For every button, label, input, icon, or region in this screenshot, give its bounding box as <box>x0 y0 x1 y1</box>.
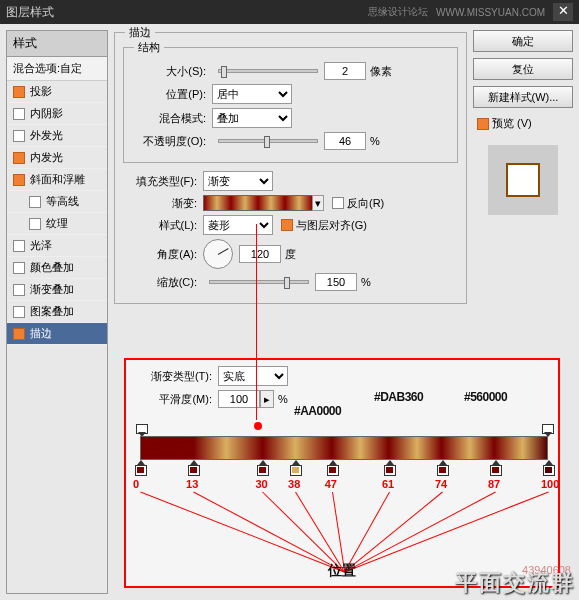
style-item-6[interactable]: 纹理 <box>7 213 107 235</box>
style-item-4[interactable]: 斜面和浮雕 <box>7 169 107 191</box>
style-checkbox-6[interactable] <box>29 218 41 230</box>
stop-position-74: 74 <box>435 478 447 490</box>
style-checkbox-8[interactable] <box>13 262 25 274</box>
preview-label: 预览 (V) <box>492 116 532 131</box>
opacity-stop-left[interactable] <box>136 424 146 436</box>
scale-label: 缩放(C): <box>123 275 203 290</box>
gradient-bar[interactable] <box>140 436 548 460</box>
color-stop-100[interactable] <box>543 460 553 474</box>
gradient-dropdown-icon[interactable]: ▾ <box>312 195 324 211</box>
hex-aa0000: #AA0000 <box>294 404 341 418</box>
blendmode-select[interactable]: 叠加 <box>212 108 292 128</box>
ok-button[interactable]: 确定 <box>473 30 573 52</box>
blend-options[interactable]: 混合选项:自定 <box>7 57 107 81</box>
style-label-2: 外发光 <box>30 128 63 143</box>
smoothness-dropdown-icon[interactable]: ▸ <box>260 390 274 408</box>
angle-input[interactable] <box>239 245 281 263</box>
color-stop-38[interactable] <box>290 460 300 474</box>
style-item-11[interactable]: 描边 <box>7 323 107 345</box>
size-slider[interactable] <box>218 69 318 73</box>
style-item-3[interactable]: 内发光 <box>7 147 107 169</box>
annotation-dot <box>254 422 262 430</box>
reverse-checkbox[interactable] <box>332 197 344 209</box>
color-stop-87[interactable] <box>490 460 500 474</box>
style-label-7: 光泽 <box>30 238 52 253</box>
style-item-9[interactable]: 渐变叠加 <box>7 279 107 301</box>
opacity-slider[interactable] <box>218 139 318 143</box>
styles-list: 样式 混合选项:自定 投影内阴影外发光内发光斜面和浮雕等高线纹理光泽颜色叠加渐变… <box>6 30 108 594</box>
stop-position-38: 38 <box>288 478 300 490</box>
style-checkbox-10[interactable] <box>13 306 25 318</box>
opacity-input[interactable] <box>324 132 366 150</box>
color-stop-47[interactable] <box>327 460 337 474</box>
style-item-10[interactable]: 图案叠加 <box>7 301 107 323</box>
style-item-1[interactable]: 内阴影 <box>7 103 107 125</box>
style-checkbox-7[interactable] <box>13 240 25 252</box>
stop-position-100: 100 <box>541 478 559 490</box>
style-label-8: 颜色叠加 <box>30 260 74 275</box>
style-label-0: 投影 <box>30 84 52 99</box>
style-select[interactable]: 菱形 <box>203 215 273 235</box>
size-unit: 像素 <box>370 64 392 79</box>
watermark-group: 平面交流群 <box>455 568 575 598</box>
hex-dab360: #DAB360 <box>374 390 423 404</box>
stop-position-13: 13 <box>186 478 198 490</box>
opacity-unit: % <box>370 135 380 147</box>
filltype-select[interactable]: 渐变 <box>203 171 273 191</box>
grad-type-select[interactable]: 实底 <box>218 366 288 386</box>
color-stop-74[interactable] <box>437 460 447 474</box>
opacity-label: 不透明度(O): <box>132 134 212 149</box>
smoothness-input[interactable] <box>218 390 260 408</box>
angle-label: 角度(A): <box>123 247 203 262</box>
style-checkbox-5[interactable] <box>29 196 41 208</box>
styles-header: 样式 <box>7 31 107 57</box>
preview-box <box>488 145 558 215</box>
style-checkbox-11[interactable] <box>13 328 25 340</box>
forum-url: WWW.MISSYUAN.COM <box>436 7 545 18</box>
preview-checkbox[interactable] <box>477 118 489 130</box>
style-checkbox-0[interactable] <box>13 86 25 98</box>
window-title: 图层样式 <box>6 4 368 21</box>
converge-line-4 <box>332 492 345 572</box>
scale-slider[interactable] <box>209 280 309 284</box>
converge-line-6 <box>344 492 443 573</box>
close-button[interactable]: ✕ <box>553 3 573 21</box>
color-stop-13[interactable] <box>188 460 198 474</box>
style-checkbox-9[interactable] <box>13 284 25 296</box>
reverse-label: 反向(R) <box>347 196 384 211</box>
gradient-editor-annotation: 渐变类型(T): 实底 平滑度(M): ▸ % #AA0000 #DAB360 … <box>124 358 560 588</box>
size-input[interactable] <box>324 62 366 80</box>
position-select[interactable]: 居中 <box>212 84 292 104</box>
style-checkbox-1[interactable] <box>13 108 25 120</box>
color-stop-30[interactable] <box>257 460 267 474</box>
grad-type-label: 渐变类型(T): <box>138 369 218 384</box>
smoothness-unit: % <box>278 393 288 405</box>
stroke-group: 描边 结构 大小(S): 像素 位置(P): 居中 混合模式: 叠加 <box>114 32 467 304</box>
structure-legend: 结构 <box>134 40 164 55</box>
style-item-2[interactable]: 外发光 <box>7 125 107 147</box>
annotation-line <box>256 224 257 420</box>
color-stop-61[interactable] <box>384 460 394 474</box>
converge-line-1 <box>193 492 344 573</box>
style-item-7[interactable]: 光泽 <box>7 235 107 257</box>
scale-unit: % <box>361 276 371 288</box>
style-label-4: 斜面和浮雕 <box>30 172 85 187</box>
style-checkbox-3[interactable] <box>13 152 25 164</box>
align-label: 与图层对齐(G) <box>296 218 367 233</box>
gradient-swatch[interactable] <box>203 195 313 211</box>
cancel-button[interactable]: 复位 <box>473 58 573 80</box>
style-checkbox-4[interactable] <box>13 174 25 186</box>
style-item-0[interactable]: 投影 <box>7 81 107 103</box>
smoothness-label: 平滑度(M): <box>138 392 218 407</box>
scale-input[interactable] <box>315 273 357 291</box>
style-checkbox-2[interactable] <box>13 130 25 142</box>
style-item-5[interactable]: 等高线 <box>7 191 107 213</box>
align-checkbox[interactable] <box>281 219 293 231</box>
opacity-stop-right[interactable] <box>542 424 552 436</box>
style-item-8[interactable]: 颜色叠加 <box>7 257 107 279</box>
color-stop-0[interactable] <box>135 460 145 474</box>
style-label-10: 图案叠加 <box>30 304 74 319</box>
angle-dial[interactable] <box>203 239 233 269</box>
new-style-button[interactable]: 新建样式(W)... <box>473 86 573 108</box>
style-label-11: 描边 <box>30 326 52 341</box>
